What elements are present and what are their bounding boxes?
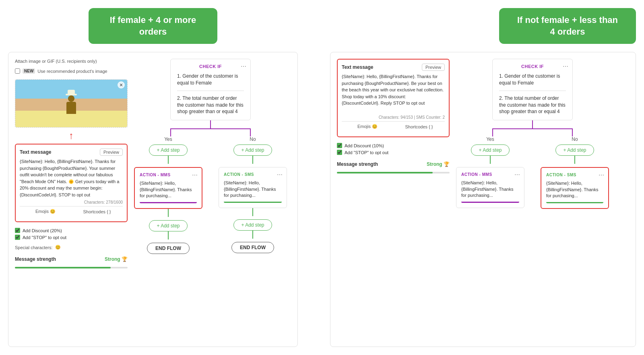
right-check-if-menu-icon[interactable]: ⋯ xyxy=(563,63,568,70)
right-badge: If not female + less than 4 orders xyxy=(499,8,636,44)
yes-vert xyxy=(170,128,171,136)
text-message-title: Text message xyxy=(20,149,52,155)
right-action-mms-bottom-line xyxy=(461,202,519,203)
action-sms-title: ACTION - SMS xyxy=(224,172,282,177)
right-yes-add-step-button[interactable]: + Add step xyxy=(471,144,509,156)
right-action-mms-content: {SiteName}: Hello, {BillingFirstName}. T… xyxy=(461,180,519,198)
check-if-menu-icon[interactable]: ⋯ xyxy=(241,63,246,70)
right-stop-checkbox[interactable] xyxy=(337,150,342,155)
branch-connector xyxy=(134,128,287,136)
right-stop-checkbox-row: Add "STOP" to opt out xyxy=(337,150,450,155)
right-action-sms-menu-icon[interactable]: ⋯ xyxy=(599,172,604,178)
attach-label: Attach image or GIF (U.S. recipients onl… xyxy=(15,59,128,64)
stop-checkbox-row: Add "STOP" to opt out xyxy=(15,235,128,240)
right-emojis-tab[interactable]: Emojis 😊 xyxy=(342,122,393,132)
action-sms-bottom-line xyxy=(224,202,282,203)
right-action-sms-content: {SiteName}: Hello, {BillingFirstName}. T… xyxy=(546,180,603,199)
right-action-sms-title: ACTION - SMS xyxy=(546,173,603,177)
left-badge-line1: If female + 4 or more xyxy=(110,15,196,25)
right-emojis-shortcodes-tabs: Emojis 😊 Shortcodes { } xyxy=(342,121,445,132)
shortcodes-tab[interactable]: Shortcodes { } xyxy=(71,206,123,217)
right-no-add-step-button[interactable]: + Add step xyxy=(555,144,594,156)
recommended-image-label: Use recommended product's image xyxy=(37,69,107,74)
yes-connector-2 xyxy=(168,209,169,217)
right-discount-checkbox[interactable] xyxy=(337,143,342,148)
right-no-connector xyxy=(574,156,575,164)
right-char-count: Characters: 94/153 | SMS Counter: 2 xyxy=(342,115,445,120)
char-count: Characters: 278/1600 xyxy=(20,200,123,204)
right-text-message-card: Text message Preview {SiteName}: Hello, … xyxy=(337,59,450,137)
right-action-mms-title: ACTION - MMS xyxy=(461,172,519,177)
right-shortcodes-tab[interactable]: Shortcodes { } xyxy=(393,122,445,132)
new-badge: NEW xyxy=(23,68,35,74)
left-badge-line2: orders xyxy=(139,27,167,37)
yes-branch: Yes + Add step ⋯ ACTION - MMS {SiteName}… xyxy=(134,136,202,254)
action-mms-menu-icon[interactable]: ⋯ xyxy=(192,172,198,178)
special-chars-label: Special characters: xyxy=(15,245,53,250)
right-preview-button[interactable]: Preview xyxy=(422,64,445,71)
checkbox-options: Add Discount (20%) Add "STOP" to opt out xyxy=(15,228,128,240)
stop-checkbox[interactable] xyxy=(15,235,20,240)
strength-bar xyxy=(15,267,128,268)
special-chars-row: Special characters: 😊 xyxy=(15,245,128,250)
purple-connector-1 xyxy=(210,120,211,128)
right-yes-connector xyxy=(490,156,491,164)
no-vert xyxy=(250,128,251,136)
right-yes-branch: Yes + Add step ⋯ ACTION - MMS {SiteName}… xyxy=(456,136,524,209)
spacer xyxy=(306,8,322,347)
action-mms-bottom-line xyxy=(140,202,197,203)
message-strength-row: Message strength Strong 🏆 xyxy=(15,256,128,262)
strength-bar-fill xyxy=(15,267,111,268)
action-sms-menu-icon[interactable]: ⋯ xyxy=(277,171,283,178)
no-connector xyxy=(252,156,253,164)
right-stop-label: Add "STOP" to opt out xyxy=(345,150,388,155)
right-strength-label: Message strength xyxy=(337,161,378,167)
no-branch: No + Add step ⋯ ACTION - SMS {SiteName}:… xyxy=(219,136,287,254)
right-yes-vert xyxy=(492,128,493,136)
right-action-mms-menu-icon[interactable]: ⋯ xyxy=(514,171,520,178)
right-no-label: No xyxy=(572,136,578,142)
right-discount-label: Add Discount (10%) xyxy=(345,143,384,148)
right-check-if-card: ⋯ CHECK IF 1. Gender of the customer is … xyxy=(492,59,573,120)
discount-checkbox[interactable] xyxy=(15,228,20,233)
shortcodes-tab-label: Shortcodes { } xyxy=(83,209,111,214)
text-message-card: Text message Preview {SiteName}: Hello, … xyxy=(15,144,128,222)
right-flow-chart: ⋯ CHECK IF 1. Gender of the customer is … xyxy=(456,59,609,340)
right-condition-2: 2. The total number of order the custome… xyxy=(499,95,566,115)
right-checkbox-options: Add Discount (10%) Add "STOP" to opt out xyxy=(337,143,450,155)
red-arrow-icon: ↑ xyxy=(15,131,128,140)
right-yes-label: Yes xyxy=(486,136,494,142)
right-no-vert xyxy=(572,128,573,136)
right-strength-bar xyxy=(337,172,450,173)
yes-add-step-button-2[interactable]: + Add step xyxy=(149,220,187,231)
right-branch-connector xyxy=(456,128,609,136)
right-message-content[interactable]: {SiteName}: Hello, {BillingFirstName}. T… xyxy=(342,73,445,114)
recommended-image-checkbox[interactable] xyxy=(15,68,20,74)
condition-2: 2. The total number of order the custome… xyxy=(177,95,244,115)
action-sms-card: ⋯ ACTION - SMS {SiteName}: Hello, {Billi… xyxy=(219,167,287,208)
new-checkbox-row: NEW Use recommended product's image xyxy=(15,68,128,74)
no-add-step-button-2[interactable]: + Add step xyxy=(233,219,272,231)
no-connector-3 xyxy=(252,231,253,239)
person-body xyxy=(66,102,76,114)
no-add-step-button[interactable]: + Add step xyxy=(233,144,272,156)
image-container: × xyxy=(15,79,128,128)
check-if-title: CHECK IF xyxy=(177,64,244,69)
yes-add-step-button[interactable]: + Add step xyxy=(149,144,187,156)
yes-end-flow-button[interactable]: END FLOW xyxy=(147,243,190,254)
action-mms-title: ACTION - MMS xyxy=(140,173,197,177)
right-emojis-tab-label: Emojis 😊 xyxy=(357,124,378,129)
right-purple-connector-1 xyxy=(532,120,533,128)
right-strength-value: Strong 🏆 xyxy=(427,161,450,167)
right-check-if-title: CHECK IF xyxy=(499,64,566,69)
strength-value: Strong 🏆 xyxy=(105,256,128,262)
right-section: If not female + less than 4 orders Text … xyxy=(330,8,636,347)
right-text-message-header: Text message Preview xyxy=(342,64,445,71)
no-end-flow-button[interactable]: END FLOW xyxy=(231,242,274,253)
preview-button[interactable]: Preview xyxy=(100,149,123,156)
emojis-tab[interactable]: Emojis 😊 xyxy=(20,206,71,217)
no-label: No xyxy=(250,136,256,142)
message-content[interactable]: {SiteName}: Hello, {BillingFirstName}. T… xyxy=(20,158,123,198)
right-discount-checkbox-row: Add Discount (10%) xyxy=(337,143,450,148)
person-head xyxy=(68,95,74,102)
